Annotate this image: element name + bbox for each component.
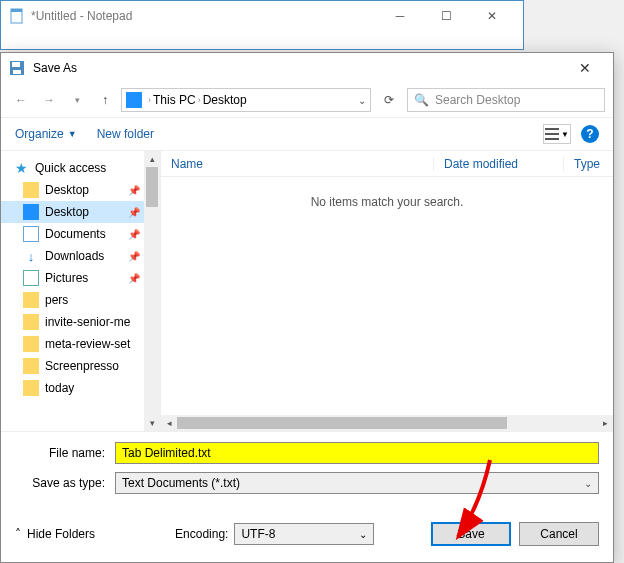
filename-label: File name: bbox=[15, 446, 115, 460]
bottom-bar: ˄ Hide Folders Encoding: UTF-8 ⌄ Save Ca… bbox=[1, 512, 613, 556]
scroll-down-icon[interactable]: ▾ bbox=[144, 415, 160, 431]
dialog-title: Save As bbox=[33, 61, 77, 75]
toolbar: Organize ▼ New folder ▼ ? bbox=[1, 117, 613, 151]
column-date[interactable]: Date modified bbox=[433, 157, 563, 171]
breadcrumb-dropdown-icon[interactable]: ⌄ bbox=[358, 95, 366, 106]
cancel-button[interactable]: Cancel bbox=[519, 522, 599, 546]
svg-rect-5 bbox=[545, 128, 559, 130]
breadcrumb-root[interactable]: This PC bbox=[153, 93, 196, 107]
dialog-titlebar[interactable]: Save As ✕ bbox=[1, 53, 613, 83]
column-name[interactable]: Name bbox=[161, 157, 433, 171]
save-as-dialog: Save As ✕ ← → ▾ ↑ › This PC › Desktop ⌄ … bbox=[0, 52, 614, 563]
view-mode-button[interactable]: ▼ bbox=[543, 124, 571, 144]
quick-access[interactable]: ★Quick access bbox=[1, 157, 160, 179]
search-input[interactable]: 🔍 Search Desktop bbox=[407, 88, 605, 112]
sidebar-item-pers[interactable]: pers bbox=[1, 289, 160, 311]
sidebar-item-invite-senior-me[interactable]: invite-senior-me bbox=[1, 311, 160, 333]
pictures-icon bbox=[23, 270, 39, 286]
refresh-button[interactable]: ⟳ bbox=[375, 88, 403, 112]
sidebar-item-desktop[interactable]: Desktop📌 bbox=[1, 201, 160, 223]
notepad-titlebar[interactable]: *Untitled - Notepad ─ ☐ ✕ bbox=[1, 1, 523, 31]
encoding-label: Encoding: bbox=[175, 527, 228, 541]
folder-icon bbox=[23, 336, 39, 352]
sidebar-item-label: Desktop bbox=[45, 183, 89, 197]
pc-icon bbox=[126, 92, 142, 108]
sidebar-item-pictures[interactable]: Pictures📌 bbox=[1, 267, 160, 289]
up-button[interactable]: ↑ bbox=[93, 88, 117, 112]
notepad-title: *Untitled - Notepad bbox=[31, 9, 132, 23]
notepad-window: *Untitled - Notepad ─ ☐ ✕ bbox=[0, 0, 524, 50]
chevron-down-icon: ▼ bbox=[561, 130, 569, 139]
back-button[interactable]: ← bbox=[9, 88, 33, 112]
column-headers: Name Date modified Type bbox=[161, 151, 613, 177]
recent-dropdown[interactable]: ▾ bbox=[65, 88, 89, 112]
svg-rect-4 bbox=[13, 70, 21, 74]
breadcrumb[interactable]: › This PC › Desktop ⌄ bbox=[121, 88, 371, 112]
search-icon: 🔍 bbox=[414, 93, 429, 107]
scroll-left-icon[interactable]: ◂ bbox=[161, 415, 177, 431]
folder-icon bbox=[23, 358, 39, 374]
encoding-combo[interactable]: UTF-8 ⌄ bbox=[234, 523, 374, 545]
hide-folders-button[interactable]: ˄ Hide Folders bbox=[15, 527, 95, 541]
sidebar-item-label: Screenpresso bbox=[45, 359, 119, 373]
notepad-icon bbox=[9, 8, 25, 24]
svg-rect-3 bbox=[12, 62, 20, 67]
folder-icon bbox=[23, 292, 39, 308]
downloads-icon: ↓ bbox=[23, 248, 39, 264]
scrollbar-thumb[interactable] bbox=[146, 167, 158, 207]
forward-button: → bbox=[37, 88, 61, 112]
savetype-label: Save as type: bbox=[15, 476, 115, 490]
folder-icon bbox=[23, 380, 39, 396]
minimize-button[interactable]: ─ bbox=[377, 2, 423, 30]
sidebar-item-label: Documents bbox=[45, 227, 106, 241]
chevron-down-icon: ⌄ bbox=[584, 478, 592, 489]
maximize-button[interactable]: ☐ bbox=[423, 2, 469, 30]
organize-menu[interactable]: Organize ▼ bbox=[15, 127, 77, 141]
pin-icon: 📌 bbox=[128, 273, 140, 284]
sidebar-item-desktop[interactable]: Desktop📌 bbox=[1, 179, 160, 201]
sidebar-item-documents[interactable]: Documents📌 bbox=[1, 223, 160, 245]
save-button[interactable]: Save bbox=[431, 522, 511, 546]
sidebar-item-meta-review-set[interactable]: meta-review-set bbox=[1, 333, 160, 355]
new-folder-button[interactable]: New folder bbox=[97, 127, 154, 141]
sidebar-item-label: Pictures bbox=[45, 271, 88, 285]
sidebar-item-downloads[interactable]: ↓Downloads📌 bbox=[1, 245, 160, 267]
star-icon: ★ bbox=[13, 160, 29, 176]
folder-icon bbox=[23, 182, 39, 198]
empty-message: No items match your search. bbox=[161, 177, 613, 227]
pin-icon: 📌 bbox=[128, 207, 140, 218]
search-placeholder: Search Desktop bbox=[435, 93, 520, 107]
file-list: Name Date modified Type No items match y… bbox=[161, 151, 613, 431]
folder-icon bbox=[23, 314, 39, 330]
scroll-up-icon[interactable]: ▴ bbox=[144, 151, 160, 167]
chevron-right-icon: › bbox=[148, 95, 151, 105]
desktop-icon bbox=[23, 204, 39, 220]
column-type[interactable]: Type bbox=[563, 157, 613, 171]
sidebar-item-screenpresso[interactable]: Screenpresso bbox=[1, 355, 160, 377]
save-icon bbox=[9, 60, 25, 76]
sidebar-item-today[interactable]: today bbox=[1, 377, 160, 399]
sidebar-item-label: today bbox=[45, 381, 74, 395]
sidebar: ★Quick accessDesktop📌Desktop📌Documents📌↓… bbox=[1, 151, 161, 431]
sidebar-item-label: pers bbox=[45, 293, 68, 307]
sidebar-scrollbar[interactable]: ▴ ▾ bbox=[144, 151, 160, 431]
filename-input[interactable] bbox=[115, 442, 599, 464]
nav-row: ← → ▾ ↑ › This PC › Desktop ⌄ ⟳ 🔍 Search… bbox=[1, 83, 613, 117]
breadcrumb-leaf[interactable]: Desktop bbox=[203, 93, 247, 107]
list-view-icon bbox=[545, 128, 559, 140]
svg-rect-6 bbox=[545, 133, 559, 135]
svg-rect-7 bbox=[545, 138, 559, 140]
savetype-combo[interactable]: Text Documents (*.txt) ⌄ bbox=[115, 472, 599, 494]
scrollbar-thumb[interactable] bbox=[177, 417, 507, 429]
sidebar-item-label: Downloads bbox=[45, 249, 104, 263]
pin-icon: 📌 bbox=[128, 185, 140, 196]
documents-icon bbox=[23, 226, 39, 242]
scroll-right-icon[interactable]: ▸ bbox=[597, 415, 613, 431]
close-button[interactable]: ✕ bbox=[469, 2, 515, 30]
form-area: File name: Save as type: Text Documents … bbox=[1, 431, 613, 512]
help-button[interactable]: ? bbox=[581, 125, 599, 143]
dialog-close-button[interactable]: ✕ bbox=[565, 54, 605, 82]
horizontal-scrollbar[interactable]: ◂ ▸ bbox=[161, 415, 613, 431]
svg-rect-1 bbox=[11, 9, 22, 12]
pin-icon: 📌 bbox=[128, 251, 140, 262]
